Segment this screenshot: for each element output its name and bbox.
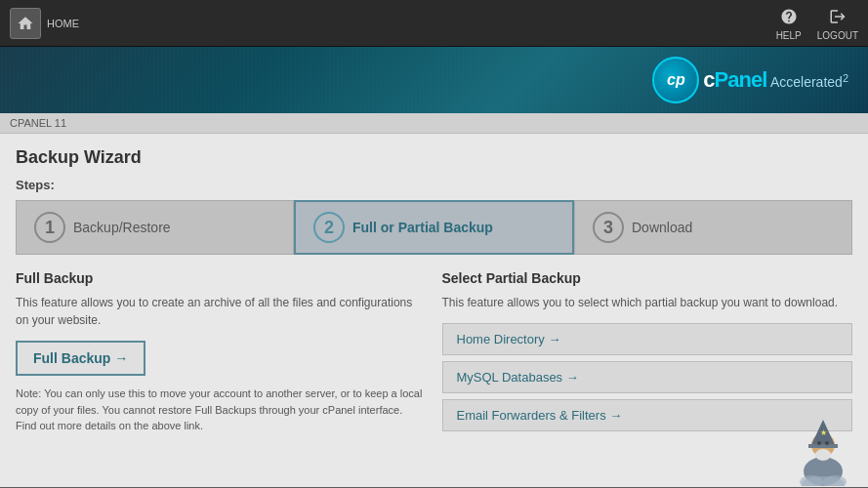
partial-backup-links: Home Directory → MySQL Databases → Email… [442, 323, 853, 431]
step-1-label: Backup/Restore [73, 220, 171, 235]
main-content: Backup Wizard Steps: 1 Backup/Restore 2 … [0, 134, 868, 487]
step-3-number: 3 [593, 212, 624, 243]
full-backup-section: Full Backup This feature allows you to c… [16, 270, 427, 486]
step-1-number: 1 [34, 212, 65, 243]
banner-logo: cp cPanel Accelerated2 [652, 57, 848, 103]
breadcrumb-text: CPANEL 11 [10, 117, 66, 129]
svg-point-4 [815, 449, 831, 461]
nav-right: HELP LOGOUT [776, 5, 858, 41]
help-button[interactable]: HELP [776, 5, 802, 41]
logout-icon-box [826, 5, 849, 28]
full-backup-button[interactable]: Full Backup → [16, 341, 145, 376]
svg-rect-3 [808, 444, 838, 448]
step-2-number: 2 [313, 212, 345, 243]
content-columns: Full Backup This feature allows you to c… [16, 270, 852, 486]
top-navigation: HOME HELP LOGOUT [0, 0, 868, 47]
cpanel-brand: cPanel [703, 67, 766, 92]
logout-button[interactable]: LOGOUT [817, 5, 858, 41]
logout-label: LOGOUT [817, 30, 858, 41]
banner: cp cPanel Accelerated2 [0, 47, 868, 113]
home-directory-link[interactable]: Home Directory → [442, 323, 853, 355]
wizard-icon: ★ [794, 418, 852, 486]
steps-row: 1 Backup/Restore 2 Full or Partial Backu… [16, 200, 852, 255]
help-label: HELP [776, 30, 802, 41]
home-label: HOME [47, 18, 79, 29]
mysql-databases-link[interactable]: MySQL Databases → [442, 361, 853, 393]
page-title: Backup Wizard [16, 147, 852, 168]
breadcrumb: CPANEL 11 [0, 113, 868, 134]
full-backup-note: Note: You can only use this to move your… [16, 386, 427, 434]
partial-backup-description: This feature allows you to select which … [442, 294, 853, 311]
mysql-databases-label: MySQL Databases → [457, 370, 579, 385]
steps-label: Steps: [16, 178, 852, 192]
cpanel-text-logo: cPanel Accelerated2 [703, 67, 848, 93]
help-icon-box [777, 5, 801, 28]
cpanel-circle-logo: cp [652, 57, 699, 103]
svg-point-5 [817, 441, 821, 445]
svg-text:★: ★ [820, 428, 827, 437]
home-button[interactable] [10, 8, 41, 39]
step-2-full-partial[interactable]: 2 Full or Partial Backup [294, 200, 574, 255]
home-icon [17, 15, 34, 32]
partial-backup-section: Select Partial Backup This feature allow… [442, 270, 853, 486]
step-3-label: Download [632, 220, 692, 235]
svg-point-6 [825, 441, 829, 445]
step-3-download[interactable]: 3 Download [574, 200, 852, 255]
logout-icon [829, 8, 847, 25]
partial-backup-title: Select Partial Backup [442, 270, 853, 286]
step-2-label: Full or Partial Backup [352, 220, 493, 235]
full-backup-description: This feature allows you to create an arc… [16, 294, 427, 329]
nav-left: HOME [10, 8, 79, 39]
help-icon [780, 8, 798, 25]
full-backup-title: Full Backup [16, 270, 427, 286]
step-1-backup-restore[interactable]: 1 Backup/Restore [16, 200, 294, 255]
wizard-icon-area: ★ [442, 418, 853, 486]
home-directory-label: Home Directory → [457, 332, 561, 346]
